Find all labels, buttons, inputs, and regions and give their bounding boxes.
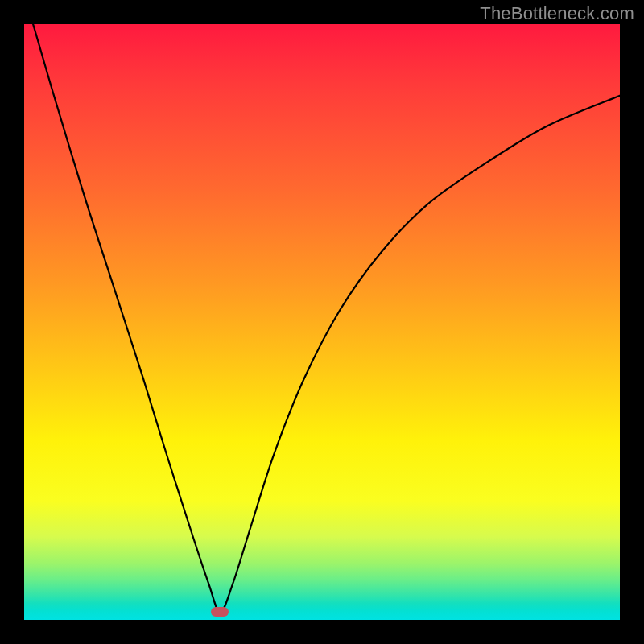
optimal-point-marker [211, 607, 229, 617]
chart-frame: TheBottleneck.com [0, 0, 644, 644]
watermark-text: TheBottleneck.com [480, 3, 634, 24]
bottleneck-curve [24, 24, 620, 620]
plot-area [24, 24, 620, 620]
